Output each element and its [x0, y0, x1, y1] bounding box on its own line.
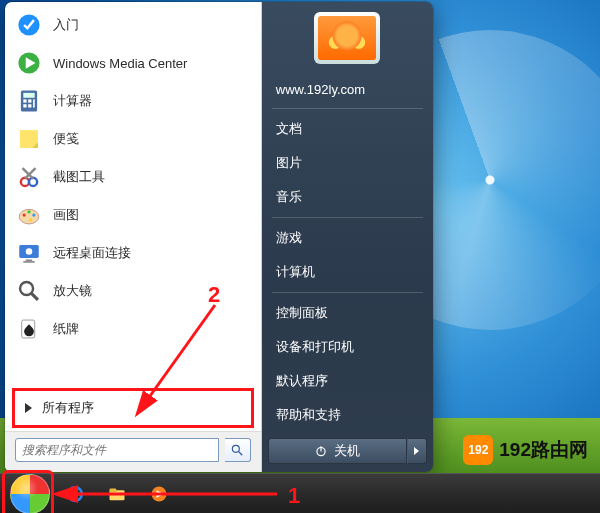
program-item-label: Windows Media Center — [53, 56, 187, 71]
sticky-notes-icon — [15, 125, 43, 153]
start-button[interactable] — [10, 474, 50, 514]
svg-rect-5 — [23, 99, 26, 102]
right-link-top-0[interactable]: 文档 — [268, 112, 427, 146]
svg-rect-8 — [23, 104, 26, 107]
watermark-badge: 192 — [463, 435, 493, 465]
right-link-mid-1[interactable]: 计算机 — [268, 255, 427, 289]
svg-rect-34 — [110, 488, 117, 492]
start-menu-right-pane: www.192ly.com文档图片音乐游戏计算机控制面板设备和打印机默认程序帮助… — [262, 2, 433, 472]
svg-rect-9 — [28, 104, 31, 107]
start-menu-left-pane: 入门Windows Media Center计算器便笺截图工具画图远程桌面连接放… — [5, 2, 262, 472]
watermark-text: 192路由网 — [499, 437, 588, 463]
site-watermark: 192 192路由网 — [463, 435, 588, 465]
program-item-2[interactable]: 计算器 — [7, 82, 259, 120]
shutdown-options-button[interactable] — [407, 438, 427, 464]
program-item-3[interactable]: 便笺 — [7, 120, 259, 158]
svg-point-28 — [233, 445, 240, 452]
right-link-bottom-0[interactable]: 控制面板 — [268, 296, 427, 330]
svg-rect-4 — [23, 93, 34, 98]
paint-icon — [15, 201, 43, 229]
program-item-4[interactable]: 截图工具 — [7, 158, 259, 196]
svg-line-26 — [31, 293, 38, 300]
program-item-label: 入门 — [53, 16, 79, 34]
svg-rect-22 — [26, 260, 33, 262]
program-item-label: 放大镜 — [53, 282, 92, 300]
program-item-5[interactable]: 画图 — [7, 196, 259, 234]
snipping-tool-icon — [15, 163, 43, 191]
shutdown-label: 关机 — [334, 442, 360, 460]
program-item-8[interactable]: 纸牌 — [7, 310, 259, 348]
svg-rect-23 — [23, 261, 34, 263]
taskbar-pin-media-player-icon[interactable] — [144, 482, 174, 506]
search-button[interactable] — [225, 438, 251, 462]
search-input[interactable] — [22, 443, 212, 457]
right-links-list: www.192ly.com文档图片音乐游戏计算机控制面板设备和打印机默认程序帮助… — [268, 74, 427, 432]
program-item-label: 纸牌 — [53, 320, 79, 338]
svg-point-24 — [26, 248, 33, 255]
right-link-bottom-1[interactable]: 设备和打印机 — [268, 330, 427, 364]
taskbar-pin-explorer-icon[interactable] — [102, 482, 132, 506]
program-item-7[interactable]: 放大镜 — [7, 272, 259, 310]
search-row — [5, 431, 261, 472]
right-link-username[interactable]: www.192ly.com — [268, 74, 427, 105]
right-link-bottom-3[interactable]: 帮助和支持 — [268, 398, 427, 432]
search-icon — [230, 443, 244, 457]
taskbar-pinned-apps — [54, 482, 180, 506]
right-link-bottom-2[interactable]: 默认程序 — [268, 364, 427, 398]
remote-desktop-icon — [15, 239, 43, 267]
all-programs-button[interactable]: 所有程序 — [12, 388, 254, 428]
separator — [272, 217, 423, 218]
svg-point-13 — [29, 178, 37, 186]
svg-point-17 — [23, 213, 26, 216]
program-item-label: 画图 — [53, 206, 79, 224]
svg-point-19 — [32, 213, 35, 216]
program-item-1[interactable]: Windows Media Center — [7, 44, 259, 82]
magnifier-icon — [15, 277, 43, 305]
svg-rect-7 — [33, 99, 35, 107]
svg-point-25 — [20, 282, 33, 295]
start-menu: 入门Windows Media Center计算器便笺截图工具画图远程桌面连接放… — [4, 1, 434, 473]
chevron-right-icon — [25, 403, 32, 413]
right-link-mid-0[interactable]: 游戏 — [268, 221, 427, 255]
program-item-6[interactable]: 远程桌面连接 — [7, 234, 259, 272]
program-list: 入门Windows Media Center计算器便笺截图工具画图远程桌面连接放… — [5, 2, 261, 385]
shutdown-button[interactable]: 关机 — [268, 438, 407, 464]
chevron-right-icon — [414, 447, 419, 455]
separator — [272, 292, 423, 293]
program-item-label: 远程桌面连接 — [53, 244, 131, 262]
user-avatar — [318, 16, 376, 60]
all-programs-label: 所有程序 — [42, 399, 94, 417]
program-item-0[interactable]: 入门 — [7, 6, 259, 44]
intro-icon — [15, 11, 43, 39]
taskbar-pin-ie-icon[interactable] — [60, 482, 90, 506]
program-item-label: 便笺 — [53, 130, 79, 148]
svg-line-29 — [239, 452, 243, 456]
svg-rect-6 — [28, 99, 31, 102]
program-item-label: 截图工具 — [53, 168, 105, 186]
svg-point-18 — [27, 210, 30, 213]
separator — [272, 108, 423, 109]
svg-point-20 — [29, 218, 32, 221]
power-icon — [314, 444, 328, 458]
program-item-label: 计算器 — [53, 92, 92, 110]
user-avatar-frame[interactable] — [314, 12, 380, 64]
shutdown-row: 关机 — [268, 432, 427, 464]
annotation-highlight-start — [2, 470, 54, 514]
media-center-icon — [15, 49, 43, 77]
taskbar — [0, 473, 600, 513]
calculator-icon — [15, 87, 43, 115]
solitaire-icon — [15, 315, 43, 343]
right-link-top-2[interactable]: 音乐 — [268, 180, 427, 214]
right-link-top-1[interactable]: 图片 — [268, 146, 427, 180]
search-box[interactable] — [15, 438, 219, 462]
